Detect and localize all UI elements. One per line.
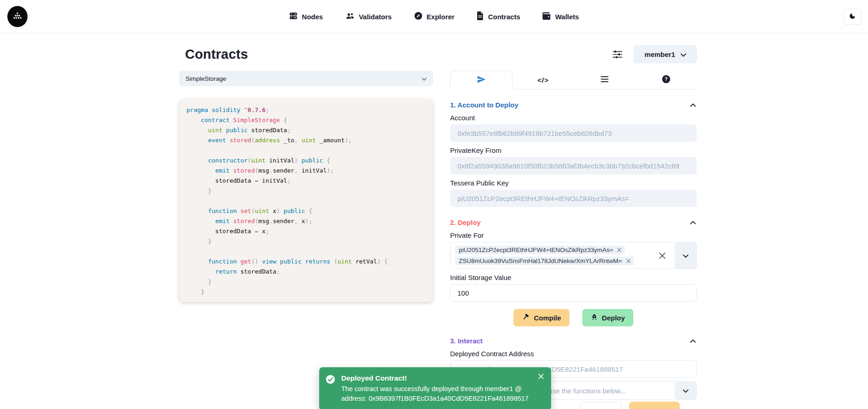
- nav-label: Validators: [359, 13, 392, 21]
- toast-close-button[interactable]: [537, 372, 545, 382]
- clear-all-icon[interactable]: [650, 242, 675, 269]
- deploy-button-label: Deploy: [602, 314, 625, 322]
- nav-label: Wallets: [555, 13, 579, 21]
- deployed-address-label: Deployed Contract Address: [450, 350, 697, 358]
- nav-item-wallets[interactable]: Wallets: [542, 12, 579, 21]
- compile-button[interactable]: Compile: [513, 309, 569, 326]
- sliders-icon[interactable]: [613, 50, 622, 59]
- account-input[interactable]: [450, 124, 697, 142]
- privatekey-input[interactable]: [450, 157, 697, 174]
- private-for-tag: ZSU8mUuok39VuSnsFmHal178JdUNekw/XmYLArRn…: [455, 257, 634, 265]
- file-icon: [477, 11, 484, 22]
- code-icon: </>: [537, 76, 549, 84]
- tab-logs[interactable]: [574, 71, 636, 89]
- chevron-up-icon: [690, 337, 696, 344]
- chevron-down-icon: [681, 50, 686, 58]
- svg-text:?: ?: [665, 76, 668, 82]
- nav-label: Contracts: [488, 13, 520, 21]
- nav-item-validators[interactable]: Validators: [345, 11, 392, 22]
- list-icon: [601, 76, 609, 84]
- chevron-up-icon: [690, 219, 696, 226]
- chevron-down-icon: [422, 75, 427, 82]
- paper-plane-icon: [477, 75, 486, 86]
- collapse-section-button[interactable]: [689, 336, 697, 345]
- tag-value: piU2051ZcP2ecpt3REthHJFW4+tENOsZikRpz33y…: [459, 247, 613, 253]
- chevron-down-icon: [683, 252, 688, 260]
- tag-value: ZSU8mUuok39VuSnsFmHal178JdUNekw/XmYLArRn…: [459, 258, 622, 264]
- section-heading: 3. Interact: [450, 337, 483, 345]
- nav-item-contracts[interactable]: Contracts: [477, 11, 520, 22]
- users-icon: [345, 11, 355, 22]
- toast-message: The contract was successfully deployed t…: [341, 384, 534, 403]
- privatekey-label: PrivateKey From: [450, 146, 697, 154]
- private-for-label: Private For: [450, 231, 697, 239]
- account-label: Account: [450, 114, 697, 122]
- nav-item-explorer[interactable]: Explorer: [414, 11, 455, 22]
- app-logo[interactable]: [7, 6, 28, 27]
- logo-dots-icon: [11, 10, 24, 23]
- dark-mode-toggle[interactable]: [843, 9, 862, 25]
- deploy-panel-tabs: </> ?: [450, 71, 697, 90]
- remove-tag-icon[interactable]: [617, 247, 621, 253]
- nav-item-nodes[interactable]: Nodes: [289, 11, 323, 22]
- compass-icon: [414, 11, 423, 22]
- close-icon: [538, 374, 544, 381]
- private-for-tag: piU2051ZcP2ecpt3REthHJFW4+tENOsZikRpz33y…: [455, 246, 625, 254]
- moon-icon: [849, 12, 856, 21]
- section-heading: 1. Account to Deploy: [450, 101, 519, 109]
- section-account-to-deploy: 1. Account to Deploy: [450, 101, 697, 109]
- initial-storage-label: Initial Storage Value: [450, 274, 697, 281]
- initial-storage-input[interactable]: [450, 284, 697, 302]
- section-heading: 2. Deploy: [450, 219, 481, 226]
- remove-tag-icon[interactable]: [626, 258, 631, 264]
- page-title: Contracts: [185, 47, 248, 62]
- tessera-key-label: Tessera Public Key: [450, 179, 697, 187]
- code-editor[interactable]: pragma solidity ^0.7.6; contract SimpleS…: [179, 99, 433, 302]
- server-icon: [289, 11, 298, 22]
- contracts-page: Contracts member1 SimpleStorage pragma s…: [179, 33, 697, 409]
- tessera-key-input[interactable]: [450, 190, 697, 207]
- section-deploy: 2. Deploy: [450, 218, 697, 227]
- collapse-section-button[interactable]: [689, 218, 697, 227]
- top-nav-bar: Nodes Validators Explorer Contracts Wall…: [0, 0, 868, 33]
- tab-source-code[interactable]: </>: [513, 71, 574, 89]
- collapse-section-button[interactable]: [689, 101, 697, 109]
- account-selector-button[interactable]: member1: [633, 45, 697, 63]
- deploy-button[interactable]: Deploy: [582, 309, 633, 326]
- function-arg-input[interactable]: [581, 402, 622, 409]
- function-action-button[interactable]: [629, 402, 680, 409]
- compile-button-label: Compile: [534, 314, 561, 322]
- contract-select[interactable]: SimpleStorage: [179, 71, 433, 86]
- toast-title: Deployed Contract!: [341, 374, 534, 382]
- contract-select-value: SimpleStorage: [186, 75, 226, 82]
- nav-label: Nodes: [302, 13, 323, 21]
- help-icon: ?: [662, 75, 671, 85]
- chevron-up-icon: [690, 101, 696, 108]
- main-nav: Nodes Validators Explorer Contracts Wall…: [278, 0, 590, 33]
- chevron-down-icon: [683, 387, 688, 395]
- tab-help[interactable]: ?: [635, 71, 697, 89]
- private-for-dropdown-toggle[interactable]: [675, 242, 696, 269]
- function-select-dropdown-toggle[interactable]: [675, 382, 696, 399]
- section-interact: 3. Interact: [450, 336, 697, 345]
- deploy-success-toast: Deployed Contract! The contract was succ…: [319, 367, 551, 409]
- rocket-icon: [591, 314, 598, 322]
- tab-deploy[interactable]: [450, 71, 513, 90]
- hammer-icon: [522, 313, 530, 322]
- private-for-multiselect[interactable]: piU2051ZcP2ecpt3REthHJFW4+tENOsZikRpz33y…: [450, 242, 697, 269]
- account-selector-label: member1: [644, 50, 675, 58]
- wallet-icon: [542, 12, 551, 21]
- check-circle-icon: [326, 375, 335, 403]
- title-row: Contracts member1: [179, 44, 697, 64]
- nav-label: Explorer: [427, 13, 455, 21]
